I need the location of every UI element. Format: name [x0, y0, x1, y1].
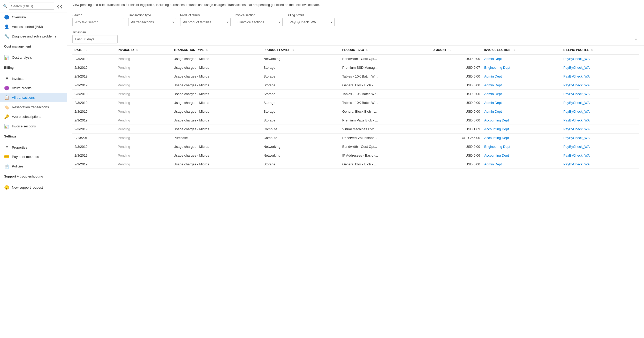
cell-invoice-section[interactable]: Accounting Dept [482, 133, 561, 142]
billing-profile-link[interactable]: PayByCheck_WA [563, 110, 590, 113]
transaction-type-sort-icon: ↑↓ [206, 49, 208, 51]
billing-profile-link[interactable]: PayByCheck_WA [563, 57, 590, 61]
table-header-row: DATE ↑↓ INVOICE ID ↑↓ TRANSACTION TYPE ↑… [72, 46, 639, 54]
invoice-section-link[interactable]: Admin Dept [484, 162, 502, 166]
sidebar-item-label-invoices: Invoices [12, 77, 24, 81]
sidebar-item-diagnose[interactable]: 🔧Diagnose and solve problems [0, 32, 67, 41]
col-product-sku[interactable]: PRODUCT SKU ↑↓ [340, 46, 431, 54]
cell-invoice-section[interactable]: Admin Dept [482, 72, 561, 81]
cell-invoice-section[interactable]: Accounting Dept [482, 125, 561, 133]
timespan-select[interactable]: Last 30 days [72, 35, 118, 43]
cell-invoice-section[interactable]: Admin Dept [482, 107, 561, 116]
cell-invoice-section[interactable]: Engineering Dept [482, 142, 561, 151]
billing-profile-select[interactable]: PayByCheck_WA [287, 18, 335, 26]
transaction-type-select[interactable]: All transactions [128, 18, 176, 26]
cell-date: 2/3/2019 [72, 125, 116, 133]
col-product-family[interactable]: PRODUCT FAMILY ↑↓ [261, 46, 340, 54]
cell-invoice-section[interactable]: Admin Dept [482, 98, 561, 107]
sidebar-item-cost-analysis[interactable]: 📊Cost analysis [0, 53, 67, 62]
amount-sort-icon: ↑↓ [448, 49, 451, 51]
invoice-section-link[interactable]: Admin Dept [484, 83, 502, 87]
cell-invoice-section[interactable]: Admin Dept [482, 81, 561, 89]
cell-invoice-section[interactable]: Admin Dept [482, 160, 561, 168]
invoice-section-link[interactable]: Accounting Dept [484, 118, 509, 122]
cell-invoice-section[interactable]: Accounting Dept [482, 116, 561, 125]
sidebar-search-input[interactable] [9, 3, 54, 10]
cell-invoice-section[interactable]: Accounting Dept [482, 151, 561, 160]
billing-profile-link[interactable]: PayByCheck_WA [563, 101, 590, 105]
billing-profile-link[interactable]: PayByCheck_WA [563, 145, 590, 149]
sidebar-item-overview[interactable]: 🔵Overview [0, 12, 67, 22]
invoice-section-link[interactable]: Admin Dept [484, 74, 502, 78]
cell-invoice-section[interactable]: Admin Dept [482, 54, 561, 63]
billing-profile-link[interactable]: PayByCheck_WA [563, 83, 590, 87]
billing-profile-link[interactable]: PayByCheck_WA [563, 118, 590, 122]
sidebar-item-azure-subscriptions[interactable]: 🔑Azure subscriptions [0, 112, 67, 121]
cell-billing-profile[interactable]: PayByCheck_WA [561, 72, 639, 81]
table-row: 2/3/2019PendingUsage charges - MicrosSto… [72, 63, 639, 72]
cell-product-sku: Virtual Machines Dv2... [340, 125, 431, 133]
col-invoice-id[interactable]: INVOICE ID ↑↓ [116, 46, 172, 54]
cell-billing-profile[interactable]: PayByCheck_WA [561, 151, 639, 160]
billing-profile-link[interactable]: PayByCheck_WA [563, 74, 590, 78]
cell-date: 2/3/2019 [72, 98, 116, 107]
sidebar-collapse-button[interactable]: ❮❮ [56, 4, 64, 8]
cell-product-sku: Bandwidth - Cost Opt... [340, 142, 431, 151]
invoice-section-link[interactable]: Engineering Dept [484, 145, 510, 149]
billing-profile-link[interactable]: PayByCheck_WA [563, 66, 590, 70]
invoice-section-link[interactable]: Accounting Dept [484, 136, 509, 140]
billing-profile-link[interactable]: PayByCheck_WA [563, 136, 590, 140]
sidebar-item-properties[interactable]: ≡Properties [0, 143, 67, 152]
sidebar-item-label-cost-analysis: Cost analysis [12, 56, 32, 59]
invoice-section-select[interactable]: 3 invoice sections [235, 18, 283, 26]
invoice-section-link[interactable]: Accounting Dept [484, 127, 509, 131]
cell-billing-profile[interactable]: PayByCheck_WA [561, 125, 639, 133]
cell-invoice-section[interactable]: Engineering Dept [482, 63, 561, 72]
sidebar-item-invoices[interactable]: ≡Invoices [0, 74, 67, 83]
cell-product-family: Compute [261, 133, 340, 142]
sidebar-item-payment-methods[interactable]: 💳Payment methods [0, 152, 67, 162]
invoice-section-link[interactable]: Engineering Dept [484, 66, 510, 70]
product-sku-sort-icon: ↑↓ [366, 49, 368, 51]
sidebar-item-policies[interactable]: 📄Policies [0, 162, 67, 171]
col-invoice-section[interactable]: INVOICE SECTION ↑↓ [482, 46, 561, 54]
cell-product-family: Storage [261, 98, 340, 107]
invoice-section-link[interactable]: Admin Dept [484, 92, 502, 96]
col-billing-profile[interactable]: BILLING PROFILE ↑↓ [561, 46, 639, 54]
invoice-section-link[interactable]: Admin Dept [484, 101, 502, 105]
transaction-type-filter-group: Transaction type All transactions [128, 13, 176, 26]
billing-profile-link[interactable]: PayByCheck_WA [563, 127, 590, 131]
cell-billing-profile[interactable]: PayByCheck_WA [561, 160, 639, 168]
cell-billing-profile[interactable]: PayByCheck_WA [561, 89, 639, 98]
product-family-select[interactable]: All product families [180, 18, 231, 26]
cell-amount: USD 0.00 [431, 89, 482, 98]
invoice-section-link[interactable]: Accounting Dept [484, 153, 509, 157]
sidebar-item-new-support[interactable]: 🙂New support request [0, 183, 67, 192]
cell-billing-profile[interactable]: PayByCheck_WA [561, 81, 639, 89]
billing-profile-link[interactable]: PayByCheck_WA [563, 162, 590, 166]
sidebar-item-access-control[interactable]: 👤Access control (IAM) [0, 22, 67, 32]
sidebar-item-azure-credits[interactable]: 🟣Azure credits [0, 83, 67, 93]
cell-date: 2/3/2019 [72, 151, 116, 160]
billing-profile-link[interactable]: PayByCheck_WA [563, 153, 590, 157]
billing-profile-link[interactable]: PayByCheck_WA [563, 92, 590, 96]
cell-billing-profile[interactable]: PayByCheck_WA [561, 142, 639, 151]
col-transaction-type[interactable]: TRANSACTION TYPE ↑↓ [172, 46, 262, 54]
cell-billing-profile[interactable]: PayByCheck_WA [561, 54, 639, 63]
cell-billing-profile[interactable]: PayByCheck_WA [561, 107, 639, 116]
search-filter-input[interactable] [72, 18, 124, 26]
sidebar-item-reservation-transactions[interactable]: 🏷️Reservation transactions [0, 102, 67, 112]
cell-billing-profile[interactable]: PayByCheck_WA [561, 133, 639, 142]
cell-invoice-section[interactable]: Admin Dept [482, 89, 561, 98]
cell-billing-profile[interactable]: PayByCheck_WA [561, 63, 639, 72]
sidebar-item-invoice-sections[interactable]: 📊Invoice sections [0, 121, 67, 131]
invoice-section-link[interactable]: Admin Dept [484, 110, 502, 113]
invoice-section-link[interactable]: Admin Dept [484, 57, 502, 61]
col-amount[interactable]: AMOUNT ↑↓ [431, 46, 482, 54]
transaction-type-label: Transaction type [128, 13, 176, 17]
col-date[interactable]: DATE ↑↓ [72, 46, 116, 54]
cell-billing-profile[interactable]: PayByCheck_WA [561, 116, 639, 125]
product-family-label: Product family [180, 13, 231, 17]
cell-billing-profile[interactable]: PayByCheck_WA [561, 98, 639, 107]
sidebar-item-all-transactions[interactable]: 📋All transactions [0, 93, 67, 102]
